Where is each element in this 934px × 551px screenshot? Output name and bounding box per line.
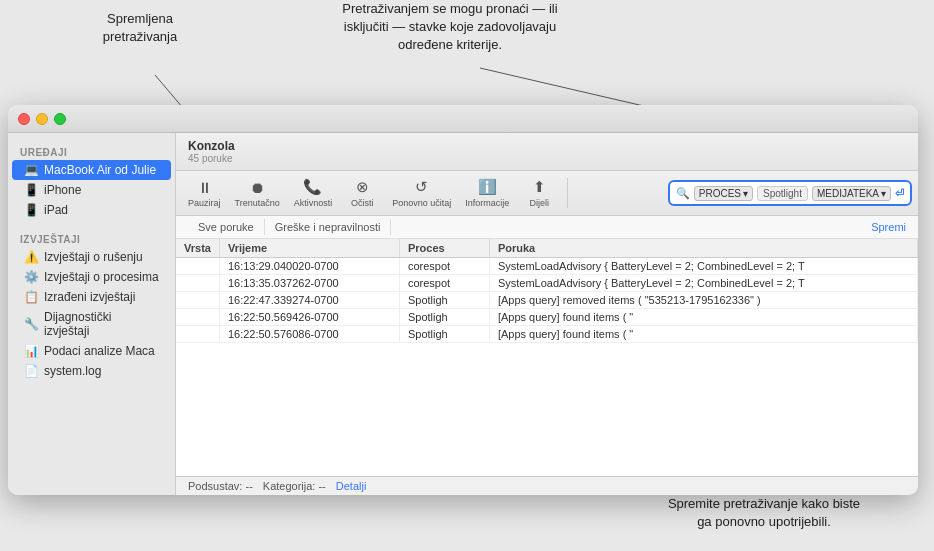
callout-save-search: Spremite pretraživanje kako biste ga pon… (614, 495, 914, 531)
right-panel: Konzola 45 poruke ⏸ Pauziraj ⏺ Trenutačn… (176, 133, 918, 495)
search-bar[interactable]: 🔍 PROCES ▾ Spotlight MEDIJATEKA ▾ ⏎ (668, 180, 912, 206)
info-button[interactable]: ℹ️ Informacije (459, 175, 515, 211)
reload-button[interactable]: ↺ Ponovno učitaj (386, 175, 457, 211)
save-button[interactable]: Spremi (871, 221, 906, 233)
pause-icon: ⏸ (197, 179, 212, 196)
iphone-icon: 📱 (24, 183, 38, 197)
sub-toolbar: Sve poruke Greške i nepravilnosti Spremi (176, 216, 918, 239)
sidebar-item-crash-reports[interactable]: ⚠️ Izvještaji o rušenju (12, 247, 171, 267)
current-icon: ⏺ (250, 179, 265, 196)
search-magnifier-icon: 🔍 (676, 187, 690, 200)
sidebar-item-diagnostic-reports[interactable]: 🔧 Dijagnostički izvještaji (12, 307, 171, 341)
share-button[interactable]: ⬆ Dijeli (517, 175, 561, 211)
callout-save-search-text: Spremite pretraživanje kako biste ga pon… (668, 496, 860, 529)
cell-vrsta (176, 258, 219, 275)
sidebar-item-iphone-label: iPhone (44, 183, 81, 197)
sidebar-item-created-label: Izrađeni izvještaji (44, 290, 135, 304)
table-header-row: Vrsta Vrijeme Proces Poruka (176, 239, 918, 258)
maximize-button[interactable] (54, 113, 66, 125)
search-go-icon[interactable]: ⏎ (895, 187, 904, 200)
activities-label: Aktivnosti (294, 198, 333, 208)
sidebar-item-macbook[interactable]: 💻 MacBook Air od Julie (12, 160, 171, 180)
sidebar-item-mac-analytics[interactable]: 📊 Podaci analize Maca (12, 341, 171, 361)
cell-proces: Spotligh (399, 309, 489, 326)
process-tag-dropdown[interactable]: PROCES ▾ (694, 186, 753, 201)
macbook-icon: 💻 (24, 163, 38, 177)
process-chevron-icon: ▾ (743, 188, 748, 199)
cell-vrijeme: 16:13:29.040020-0700 (219, 258, 399, 275)
cell-poruka: [Apps query] removed items ( "535213-179… (489, 292, 917, 309)
col-header-vrsta: Vrsta (176, 239, 219, 258)
sidebar-item-ipad-label: iPad (44, 203, 68, 217)
log-table: Vrsta Vrijeme Proces Poruka 16:13:29.040… (176, 239, 918, 343)
cell-poruka: [Apps query] found items ( " (489, 326, 917, 343)
share-label: Dijeli (530, 198, 550, 208)
errors-button[interactable]: Greške i nepravilnosti (265, 219, 392, 235)
sidebar-item-ipad[interactable]: 📱 iPad (12, 200, 171, 220)
cell-proces: corespot (399, 275, 489, 292)
cell-proces: corespot (399, 258, 489, 275)
clear-icon: ⊗ (356, 178, 369, 196)
sidebar-item-created-reports[interactable]: 📋 Izrađeni izvještaji (12, 287, 171, 307)
sidebar: Uređaji 💻 MacBook Air od Julie 📱 iPhone … (8, 133, 176, 495)
spotlight-search-tag[interactable]: Spotlight (757, 186, 808, 201)
cell-proces: Spotligh (399, 326, 489, 343)
all-messages-button[interactable]: Sve poruke (188, 219, 265, 235)
cell-poruka: SystemLoadAdvisory { BatteryLevel = 2; C… (489, 275, 917, 292)
share-icon: ⬆ (533, 178, 546, 196)
detalji-link[interactable]: Detalji (336, 480, 367, 492)
current-button[interactable]: ⏺ Trenutačno (229, 176, 286, 211)
col-header-proces: Proces (399, 239, 489, 258)
table-row[interactable]: 16:22:50.576086-0700 Spotligh [Apps quer… (176, 326, 918, 343)
console-title: Konzola (188, 139, 906, 153)
cell-vrijeme: 16:13:35.037262-0700 (219, 275, 399, 292)
sidebar-item-process-reports[interactable]: ⚙️ Izvještaji o procesima (12, 267, 171, 287)
toolbar: ⏸ Pauziraj ⏺ Trenutačno 📞 Aktivnosti ⊗ O… (176, 171, 918, 216)
col-header-poruka: Poruka (489, 239, 917, 258)
cell-vrsta (176, 326, 219, 343)
cell-vrijeme: 16:22:50.576086-0700 (219, 326, 399, 343)
search-area: 🔍 PROCES ▾ Spotlight MEDIJATEKA ▾ ⏎ (668, 180, 912, 206)
reload-label: Ponovno učitaj (392, 198, 451, 208)
log-table-container: Vrsta Vrijeme Proces Poruka 16:13:29.040… (176, 239, 918, 476)
table-row[interactable]: 16:13:29.040020-0700 corespot SystemLoad… (176, 258, 918, 275)
minimize-button[interactable] (36, 113, 48, 125)
main-content: Uređaji 💻 MacBook Air od Julie 📱 iPhone … (8, 133, 918, 495)
media-tag-dropdown[interactable]: MEDIJATEKA ▾ (812, 186, 891, 201)
sidebar-item-analytics-label: Podaci analize Maca (44, 344, 155, 358)
titlebar (8, 105, 918, 133)
activities-button[interactable]: 📞 Aktivnosti (288, 175, 339, 211)
table-row[interactable]: 16:13:35.037262-0700 corespot SystemLoad… (176, 275, 918, 292)
sidebar-item-crash-label: Izvještaji o rušenju (44, 250, 143, 264)
sidebar-item-process-label: Izvještaji o procesima (44, 270, 159, 284)
reload-icon: ↺ (415, 178, 428, 196)
sidebar-item-diagnostic-label: Dijagnostički izvještaji (44, 310, 159, 338)
callout-search-info: Pretraživanjem se mogu pronaći — ili isk… (280, 0, 620, 55)
pause-button[interactable]: ⏸ Pauziraj (182, 176, 227, 211)
cell-vrijeme: 16:22:50.569426-0700 (219, 309, 399, 326)
table-row[interactable]: 16:22:47.339274-0700 Spotligh [Apps quer… (176, 292, 918, 309)
created-icon: 📋 (24, 290, 38, 304)
callout-saved-searches: Spremljenapretraživanja (60, 10, 220, 46)
status-bar: Podsustav: -- Kategorija: -- Detalji (176, 476, 918, 495)
reports-section-label: Izvještaji (8, 228, 175, 247)
close-button[interactable] (18, 113, 30, 125)
console-header: Konzola 45 poruke (176, 133, 918, 171)
console-window: Uređaji 💻 MacBook Air od Julie 📱 iPhone … (8, 105, 918, 495)
sidebar-item-log-label: system.log (44, 364, 101, 378)
sidebar-item-system-log[interactable]: 📄 system.log (12, 361, 171, 381)
clear-button[interactable]: ⊗ Očisti (340, 175, 384, 211)
cell-poruka: [Apps query] found items ( " (489, 309, 917, 326)
ipad-icon: 📱 (24, 203, 38, 217)
traffic-lights (18, 113, 66, 125)
devices-section-label: Uređaji (8, 141, 175, 160)
clear-label: Očisti (351, 198, 374, 208)
sidebar-item-iphone[interactable]: 📱 iPhone (12, 180, 171, 200)
analytics-icon: 📊 (24, 344, 38, 358)
table-row[interactable]: 16:22:50.569426-0700 Spotligh [Apps quer… (176, 309, 918, 326)
media-tag-label: MEDIJATEKA (817, 188, 879, 199)
cell-vrsta (176, 292, 219, 309)
cell-poruka: SystemLoadAdvisory { BatteryLevel = 2; C… (489, 258, 917, 275)
cell-proces: Spotligh (399, 292, 489, 309)
callout-search-info-text: Pretraživanjem se mogu pronaći — ili isk… (342, 1, 557, 52)
